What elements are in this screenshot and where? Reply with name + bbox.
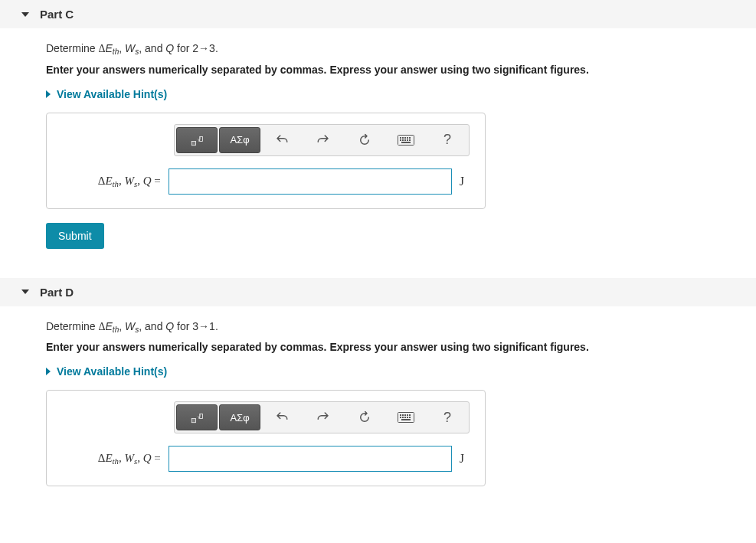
greek-button[interactable]: ΑΣφ bbox=[219, 127, 260, 153]
submit-button[interactable]: Submit bbox=[46, 223, 104, 249]
caret-right-icon bbox=[46, 368, 51, 375]
view-hints-toggle[interactable]: View Available Hint(s) bbox=[46, 88, 756, 100]
template-icon: √ bbox=[190, 133, 204, 147]
svg-rect-14 bbox=[401, 142, 411, 143]
svg-rect-4 bbox=[400, 137, 401, 139]
template-button[interactable]: √ bbox=[176, 404, 218, 430]
svg-rect-26 bbox=[404, 417, 406, 418]
hint-label: View Available Hint(s) bbox=[57, 88, 167, 100]
svg-rect-11 bbox=[404, 139, 406, 141]
greek-label: ΑΣφ bbox=[230, 134, 249, 146]
help-label: ? bbox=[443, 410, 451, 426]
redo-icon bbox=[316, 133, 330, 147]
svg-rect-6 bbox=[404, 137, 406, 139]
prompt-text: Determine ΔEth, Ws, and Q for 2→3. bbox=[46, 42, 756, 56]
svg-rect-13 bbox=[409, 139, 411, 141]
svg-rect-19 bbox=[400, 414, 401, 416]
help-label: ? bbox=[443, 132, 451, 148]
prompt-text: Determine ΔEth, Ws, and Q for 3→1. bbox=[46, 320, 756, 334]
help-button[interactable]: ? bbox=[427, 128, 467, 152]
keyboard-button[interactable] bbox=[386, 128, 426, 152]
svg-text:√: √ bbox=[198, 136, 201, 143]
undo-icon bbox=[275, 411, 289, 424]
greek-button[interactable]: ΑΣφ bbox=[219, 404, 260, 430]
caret-down-icon bbox=[21, 289, 29, 294]
instruction-text: Enter your answers numerically separated… bbox=[46, 64, 756, 76]
greek-label: ΑΣφ bbox=[230, 412, 249, 424]
help-button[interactable]: ? bbox=[427, 405, 467, 430]
svg-rect-9 bbox=[400, 139, 401, 141]
keyboard-icon bbox=[398, 412, 414, 423]
template-icon: √ bbox=[190, 411, 204, 424]
part-c-title: Part C bbox=[40, 8, 74, 21]
undo-button[interactable] bbox=[262, 128, 302, 152]
part-c-header[interactable]: Part C bbox=[0, 0, 756, 28]
caret-down-icon bbox=[21, 12, 29, 17]
svg-rect-12 bbox=[407, 139, 408, 141]
svg-rect-20 bbox=[402, 414, 404, 416]
part-c-section: Part C Determine ΔEth, Ws, and Q for 2→3… bbox=[0, 0, 756, 263]
part-d-header[interactable]: Part D bbox=[0, 278, 756, 306]
keyboard-button[interactable] bbox=[386, 405, 426, 430]
svg-rect-10 bbox=[402, 139, 404, 141]
svg-text:√: √ bbox=[198, 414, 201, 420]
svg-rect-23 bbox=[409, 414, 411, 416]
answer-box: √ ΑΣφ bbox=[46, 113, 486, 209]
reset-button[interactable] bbox=[345, 128, 385, 152]
unit-label: J bbox=[460, 175, 474, 188]
undo-icon bbox=[275, 133, 289, 147]
redo-icon bbox=[316, 411, 330, 424]
hint-label: View Available Hint(s) bbox=[57, 365, 167, 378]
svg-rect-5 bbox=[402, 137, 404, 139]
part-d-title: Part D bbox=[40, 286, 74, 299]
svg-rect-24 bbox=[400, 417, 401, 418]
equation-toolbar: √ ΑΣφ bbox=[174, 401, 470, 433]
keyboard-icon bbox=[398, 135, 414, 146]
template-button[interactable]: √ bbox=[176, 127, 218, 153]
reset-icon bbox=[358, 133, 371, 147]
redo-button[interactable] bbox=[303, 128, 343, 152]
reset-button[interactable] bbox=[345, 405, 385, 430]
unit-label: J bbox=[460, 452, 474, 466]
answer-lhs: ΔEth, Ws, Q = bbox=[57, 452, 161, 466]
svg-rect-29 bbox=[401, 419, 411, 420]
answer-input[interactable] bbox=[169, 168, 452, 195]
svg-rect-21 bbox=[404, 414, 406, 416]
undo-button[interactable] bbox=[262, 405, 302, 430]
answer-lhs: ΔEth, Ws, Q = bbox=[57, 175, 161, 188]
view-hints-toggle[interactable]: View Available Hint(s) bbox=[46, 365, 756, 378]
svg-rect-27 bbox=[407, 417, 408, 418]
answer-box: √ ΑΣφ bbox=[46, 390, 486, 486]
svg-rect-22 bbox=[407, 414, 408, 416]
answer-input[interactable] bbox=[169, 446, 452, 472]
svg-rect-25 bbox=[402, 417, 404, 418]
instruction-text: Enter your answers numerically separated… bbox=[46, 341, 756, 353]
reset-icon bbox=[358, 411, 371, 424]
svg-rect-8 bbox=[409, 137, 411, 139]
redo-button[interactable] bbox=[303, 405, 343, 430]
caret-right-icon bbox=[46, 90, 51, 98]
svg-rect-7 bbox=[407, 137, 408, 139]
equation-toolbar: √ ΑΣφ bbox=[174, 124, 470, 156]
part-d-section: Part D Determine ΔEth, Ws, and Q for 3→1… bbox=[0, 278, 756, 487]
svg-rect-28 bbox=[409, 417, 411, 418]
svg-rect-0 bbox=[191, 141, 195, 145]
svg-rect-15 bbox=[191, 419, 195, 423]
